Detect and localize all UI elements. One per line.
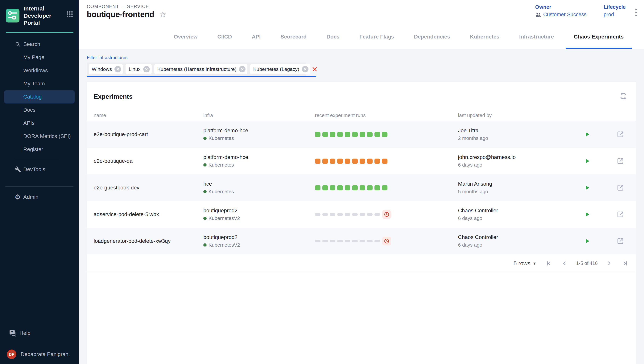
rows-per-page[interactable]: 5 rows	[513, 260, 530, 266]
run-square-gray[interactable]	[330, 240, 335, 242]
run-experiment-button[interactable]	[584, 238, 616, 244]
run-experiment-button[interactable]	[584, 184, 616, 191]
sidebar-item-catalog[interactable]: Catalog	[4, 90, 75, 104]
table-row[interactable]: e2e-guestbook-dev hce Kubernetes Martin …	[87, 174, 636, 201]
help-button[interactable]: ? Help	[0, 329, 79, 337]
favorite-star-icon[interactable]: ☆	[159, 10, 167, 19]
tab-feature-flags[interactable]: Feature Flags	[359, 24, 394, 49]
run-square-green[interactable]	[337, 132, 343, 137]
chip-remove-icon[interactable]: ×	[302, 66, 308, 72]
sidebar-item-search[interactable]: Search	[4, 38, 75, 51]
run-square-green[interactable]	[315, 132, 320, 137]
run-square-orange[interactable]	[360, 158, 365, 164]
previous-page-button[interactable]	[562, 260, 568, 266]
sidebar-item-devtools[interactable]: DevTools	[4, 163, 75, 176]
run-square-gray[interactable]	[352, 240, 358, 242]
tab-scorecard[interactable]: Scorecard	[280, 24, 306, 49]
run-square-green[interactable]	[345, 132, 350, 137]
table-row[interactable]: adservice-pod-delete-5lwbx boutiqueprod2…	[87, 201, 636, 228]
filter-chip-kubernetes-legacy[interactable]: Kubernetes (Legacy) ×	[250, 64, 310, 74]
tab-kubernetes[interactable]: Kubernetes	[470, 24, 499, 49]
run-square-orange[interactable]	[337, 158, 343, 164]
sidebar-item-register[interactable]: Register	[4, 143, 75, 156]
run-square-green[interactable]	[345, 185, 350, 190]
open-experiment-icon[interactable]	[616, 237, 628, 245]
run-square-gray[interactable]	[337, 240, 343, 242]
sidebar-item-apis[interactable]: APIs	[4, 117, 75, 130]
tab-overview[interactable]: Overview	[174, 24, 198, 49]
run-square-green[interactable]	[352, 132, 358, 137]
run-square-orange[interactable]	[375, 158, 380, 164]
run-square-green[interactable]	[330, 132, 335, 137]
next-page-button[interactable]	[606, 260, 612, 266]
sidebar-item-dora-metrics-sei[interactable]: DORA Metrics (SEI)	[4, 130, 75, 143]
tab-chaos-experiments[interactable]: Chaos Experiments	[574, 24, 623, 49]
run-square-gray[interactable]	[323, 240, 328, 242]
kebab-menu-icon[interactable]	[634, 8, 638, 17]
tab-api[interactable]: API	[252, 24, 261, 49]
run-square-gray[interactable]	[315, 240, 320, 242]
sidebar-item-my-team[interactable]: My Team	[4, 77, 75, 90]
run-square-gray[interactable]	[323, 213, 328, 216]
filter-infrastructures-link[interactable]: Filter Infrastructures	[87, 55, 127, 60]
tab-ci-cd[interactable]: CI/CD	[217, 24, 232, 49]
open-experiment-icon[interactable]	[616, 157, 628, 165]
app-switcher-icon[interactable]	[66, 10, 74, 18]
sidebar-item-admin[interactable]: ⚙ Admin	[4, 190, 75, 204]
filter-chip-kubernetes-harness-infrastructure[interactable]: Kubernetes (Harness Infrastructure) ×	[154, 64, 248, 74]
run-square-gray[interactable]	[360, 213, 365, 216]
owner-value-link[interactable]: Customer Success	[543, 12, 587, 18]
run-square-gray[interactable]	[367, 240, 373, 242]
run-square-gray[interactable]	[367, 213, 373, 216]
run-square-green[interactable]	[315, 185, 320, 190]
run-square-orange[interactable]	[323, 158, 328, 164]
run-square-green[interactable]	[323, 185, 328, 190]
run-square-gray[interactable]	[352, 213, 358, 216]
run-experiment-button[interactable]	[584, 131, 616, 138]
run-square-orange[interactable]	[315, 158, 320, 164]
run-square-gray[interactable]	[345, 213, 350, 216]
run-square-orange[interactable]	[367, 158, 373, 164]
sidebar-item-workflows[interactable]: Workflows	[4, 64, 75, 77]
tab-infrastructure[interactable]: Infrastructure	[519, 24, 554, 49]
run-square-orange[interactable]	[352, 158, 358, 164]
tab-docs[interactable]: Docs	[327, 24, 339, 49]
run-square-green[interactable]	[323, 132, 328, 137]
clear-filters-icon[interactable]: ×	[312, 64, 317, 74]
run-square-gray[interactable]	[345, 240, 350, 242]
run-square-gray[interactable]	[360, 240, 365, 242]
run-square-green[interactable]	[382, 132, 388, 137]
refresh-icon[interactable]	[619, 92, 628, 101]
run-square-green[interactable]	[367, 185, 373, 190]
run-square-gray[interactable]	[330, 213, 335, 216]
open-experiment-icon[interactable]	[616, 184, 628, 192]
table-row[interactable]: loadgenerator-pod-delete-xw3qy boutiquep…	[87, 228, 636, 254]
run-square-green[interactable]	[360, 132, 365, 137]
filter-chipbar[interactable]: Windows × Linux × Kubernetes (Harness In…	[87, 62, 306, 76]
sidebar-item-my-page[interactable]: My Page	[4, 51, 75, 64]
open-experiment-icon[interactable]	[616, 210, 628, 218]
run-square-green[interactable]	[382, 185, 388, 190]
run-square-green[interactable]	[367, 132, 373, 137]
run-square-orange[interactable]	[330, 158, 335, 164]
chip-remove-icon[interactable]: ×	[114, 66, 121, 72]
sidebar-item-docs[interactable]: Docs	[4, 104, 75, 117]
chip-remove-icon[interactable]: ×	[239, 66, 245, 72]
last-page-button[interactable]	[622, 260, 628, 266]
filter-chip-windows[interactable]: Windows ×	[89, 64, 123, 74]
run-square-green[interactable]	[337, 185, 343, 190]
run-square-gray[interactable]	[375, 240, 380, 242]
run-square-green[interactable]	[330, 185, 335, 190]
tab-dependencies[interactable]: Dependencies	[414, 24, 450, 49]
run-experiment-button[interactable]	[584, 211, 616, 218]
rows-per-page-caret-icon[interactable]: ▾	[533, 261, 536, 266]
run-square-gray[interactable]	[337, 213, 343, 216]
first-page-button[interactable]	[546, 260, 552, 266]
run-experiment-button[interactable]	[584, 158, 616, 164]
filter-chip-linux[interactable]: Linux ×	[126, 64, 151, 74]
table-row[interactable]: e2e-boutique-prod-cart platform-demo-hce…	[87, 121, 636, 148]
run-square-orange[interactable]	[382, 158, 388, 164]
run-square-gray[interactable]	[375, 213, 380, 216]
run-square-orange[interactable]	[345, 158, 350, 164]
run-square-green[interactable]	[375, 132, 380, 137]
